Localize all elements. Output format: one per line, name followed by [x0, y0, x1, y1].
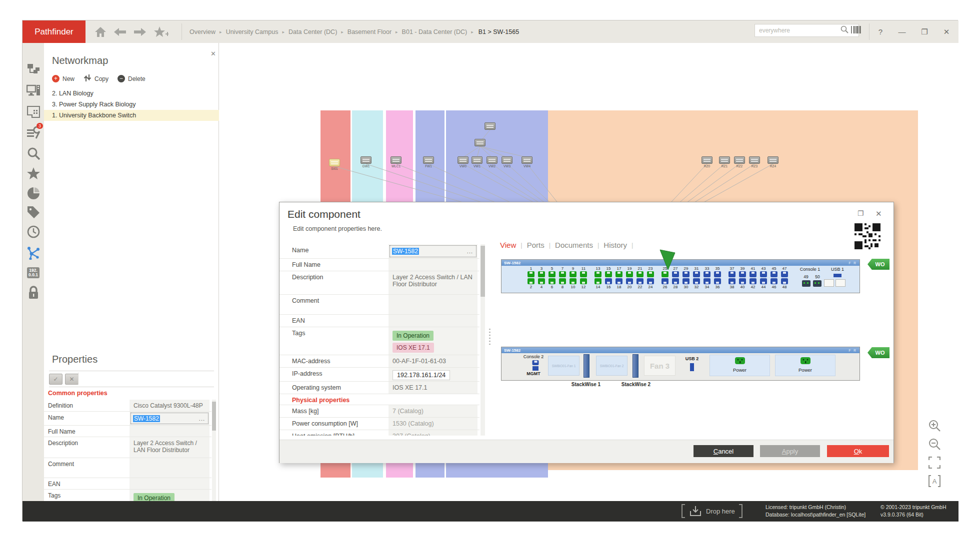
delete-icon[interactable]: −	[118, 75, 125, 82]
rj45-port-11[interactable]	[580, 271, 587, 277]
fan3-slot[interactable]: Fan 3	[644, 356, 676, 376]
breadcrumb-item[interactable]: University Campus	[226, 28, 278, 35]
rj45-port-40[interactable]	[739, 278, 746, 284]
field-value[interactable]	[130, 478, 210, 489]
dialog-close-icon[interactable]: ✕	[876, 209, 882, 218]
rj45-port-45[interactable]	[770, 271, 778, 277]
rj45-port-30[interactable]	[682, 278, 690, 284]
fan2-module[interactable]: SWBIO01-Fan 2	[596, 356, 628, 376]
close-button[interactable]: ✕	[938, 20, 956, 43]
field-value[interactable]: Layer 2 Access Switch / LAN Floor Distri…	[388, 271, 478, 294]
rj45-port-47[interactable]	[781, 271, 788, 277]
field-value[interactable]: In Operation	[130, 490, 210, 501]
breadcrumb-item[interactable]: Basement Floor	[348, 28, 392, 35]
console2-port[interactable]	[532, 360, 539, 365]
ip-input[interactable]: 192.178.161.1/24	[392, 370, 450, 380]
apply-check-icon[interactable]: ✓	[49, 374, 62, 385]
usb1-port[interactable]	[834, 274, 842, 277]
network-node-vw0[interactable]	[458, 156, 468, 164]
field-value[interactable]: IOS XE 17.1	[388, 382, 478, 394]
new-icon[interactable]: +	[52, 75, 60, 82]
ok-button[interactable]: Ok	[827, 445, 889, 457]
breadcrumb-item[interactable]: B01 - Data Center (DC)	[402, 28, 468, 35]
name-field[interactable]: SW-1582...	[130, 413, 208, 424]
drop-here-target[interactable]: Drop here	[682, 504, 742, 518]
tab-history[interactable]: History	[604, 241, 627, 249]
history-clock-icon[interactable]	[26, 224, 41, 239]
back-icon[interactable]	[114, 27, 126, 36]
field-value[interactable]	[388, 295, 478, 314]
rj45-port-8[interactable]	[559, 278, 566, 284]
rj45-port-13[interactable]	[594, 271, 602, 277]
field-value[interactable]: SW-1582...	[130, 412, 210, 425]
network-node-vw4[interactable]	[522, 156, 532, 164]
rj45-port-19[interactable]	[626, 271, 633, 277]
name-field[interactable]: SW-1582...	[390, 245, 476, 257]
tab-documents[interactable]: Documents	[555, 241, 593, 249]
delete-button[interactable]: Delete	[128, 75, 146, 82]
tab-view[interactable]: View	[500, 241, 516, 249]
field-value[interactable]: 307 (Catalog)	[388, 430, 478, 436]
zoom-in-icon[interactable]	[926, 418, 942, 434]
properties-scrollbar[interactable]	[212, 400, 216, 501]
rj45-port-39[interactable]	[739, 271, 746, 277]
copy-icon[interactable]	[84, 74, 92, 83]
breadcrumb-item[interactable]: Overview	[190, 28, 216, 35]
rj45-port-46[interactable]	[770, 278, 778, 284]
rj45-port-41[interactable]	[750, 271, 756, 277]
work-order-badge[interactable]: WO	[868, 259, 890, 270]
form-scrollbar[interactable]	[480, 244, 485, 436]
empty-slot[interactable]	[824, 279, 834, 287]
rj45-port-34[interactable]	[704, 278, 710, 284]
fit-view-icon[interactable]	[926, 455, 942, 471]
minimize-button[interactable]: —	[893, 20, 911, 43]
rj45-port-36[interactable]	[714, 278, 721, 284]
rj45-port-35[interactable]	[714, 271, 721, 277]
zoom-out-icon[interactable]	[926, 436, 942, 452]
network-node-rz0[interactable]	[702, 156, 712, 164]
tag-chip[interactable]: In Operation	[392, 331, 434, 341]
network-node-rz4[interactable]	[768, 156, 778, 164]
rj45-port-5[interactable]	[548, 271, 556, 277]
rj45-port-23[interactable]	[647, 271, 654, 277]
rj45-port-22[interactable]	[636, 278, 644, 284]
home-icon[interactable]	[94, 26, 106, 37]
field-value[interactable]: 00-AF-1F-01-61-03	[388, 355, 478, 367]
network-node-wlc1[interactable]	[390, 156, 402, 164]
discard-x-icon[interactable]: ✕	[65, 374, 78, 385]
rj45-port-44[interactable]	[760, 278, 767, 284]
field-value[interactable]: 7 (Catalog)	[388, 405, 478, 417]
rj45-port-6[interactable]	[548, 278, 556, 284]
labels-toggle-icon[interactable]: A	[926, 473, 942, 489]
field-value[interactable]	[130, 426, 210, 437]
networkmap-list-item[interactable]: 2. LAN Biology	[44, 88, 219, 99]
search-box[interactable]	[754, 24, 859, 37]
field-value[interactable]	[388, 259, 478, 271]
rj45-port-15[interactable]	[605, 271, 612, 277]
rj45-port-2[interactable]	[528, 278, 534, 284]
stackwise1-connector[interactable]	[584, 354, 590, 378]
barcode-scan-icon[interactable]	[851, 26, 861, 35]
rj45-port-29[interactable]	[682, 271, 690, 277]
rj45-port-14[interactable]	[594, 278, 602, 284]
switch-rear-panel[interactable]: SW-1582F R Console 2 MGMT SWBIO01-Fan 1 …	[501, 347, 860, 381]
copy-button[interactable]: Copy	[94, 75, 108, 82]
network-node-vw3[interactable]	[502, 156, 512, 164]
network-node-rz2[interactable]	[734, 156, 745, 164]
rj45-port-17[interactable]	[616, 271, 622, 277]
rj45-port-37[interactable]	[728, 271, 736, 277]
forward-icon[interactable]	[134, 27, 146, 36]
network-node-fw1[interactable]	[423, 156, 434, 164]
apply-button[interactable]: Apply	[760, 445, 820, 457]
favorites-icon[interactable]	[26, 165, 41, 181]
floorplan-icon[interactable]	[26, 104, 41, 119]
networkmap-list-item[interactable]: 3. Power Supply Rack Biology	[44, 99, 219, 110]
networkmap-icon[interactable]	[26, 61, 41, 77]
work-order-badge[interactable]: WO	[868, 347, 890, 358]
network-node-gw1[interactable]	[360, 156, 372, 164]
usb2-port[interactable]	[690, 363, 694, 371]
dialog-maximize-icon[interactable]: ❐	[858, 209, 864, 217]
rj45-port-27[interactable]	[672, 271, 679, 277]
rj45-port-43[interactable]	[760, 271, 767, 277]
rj45-port-33[interactable]	[704, 271, 710, 277]
